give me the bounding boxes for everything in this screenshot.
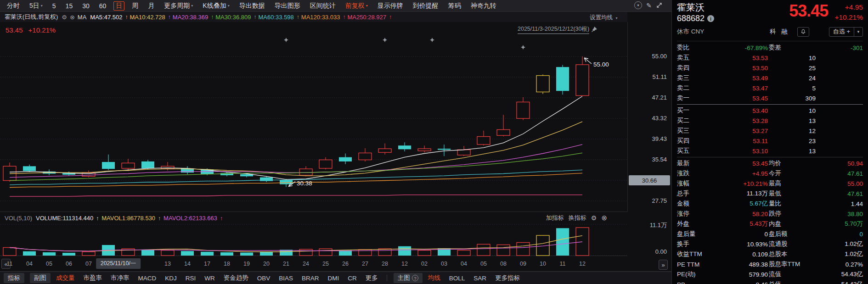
ma-settings-gear-icon[interactable]: ⚙ — [62, 14, 67, 21]
bid-volume: 10 — [768, 107, 816, 114]
stat-value: 53.45 — [716, 160, 768, 167]
collapse-circle-icon[interactable]: ▾ — [634, 1, 642, 9]
toolbar-item-周[interactable]: 周 — [130, 1, 141, 11]
toolbar-item-日[interactable]: 日 — [113, 1, 124, 11]
toolbar-item-5日[interactable]: 5日▾ — [27, 1, 45, 11]
date-tick-12/04: 04 — [461, 261, 467, 267]
tab-SAR[interactable]: SAR — [473, 275, 486, 282]
tab-MACD[interactable]: MACD — [138, 275, 157, 282]
ma-close-icon[interactable]: ⊗ — [70, 14, 75, 21]
tab-DMI[interactable]: DMI — [328, 275, 339, 282]
date-tick-11/25: 25 — [322, 261, 329, 267]
info-icon[interactable]: i — [707, 15, 714, 22]
tab-KDJ[interactable]: KDJ — [165, 275, 177, 282]
vol-settings-gear-icon[interactable]: ⚙ — [591, 214, 597, 222]
toolbar-item-分时[interactable]: 分时 — [5, 1, 22, 11]
toolbar-item-更多周期[interactable]: 更多周期▾ — [162, 1, 195, 11]
help-icon[interactable]: ? — [412, 275, 418, 281]
stats-divider — [677, 157, 863, 157]
price-change: +4.95 — [845, 2, 863, 12]
draw-pencil-icon[interactable]: ✎ — [646, 2, 652, 9]
stat-label: 收益TTM — [677, 250, 716, 258]
add-indicator-link[interactable]: 加指标 — [546, 214, 564, 222]
candlestick-chart[interactable]: 55.0030.38 — [0, 22, 627, 212]
tab-BOLL[interactable]: BOLL — [449, 275, 465, 282]
date-tick-12/03: 03 — [441, 261, 447, 267]
stat-label: 最高 — [768, 179, 816, 188]
tab-CR[interactable]: CR — [348, 275, 357, 282]
wb-label: 委比 — [677, 44, 716, 52]
tab-更多指标[interactable]: 更多指标 — [495, 274, 520, 282]
fullscreen-icon[interactable] — [656, 2, 663, 9]
toolbar-item-60[interactable]: 60 — [97, 2, 109, 10]
stat-value: +4.95 — [716, 170, 768, 177]
tab-BIAS[interactable]: BIAS — [279, 275, 293, 282]
toolbar-item-筹码[interactable]: 筹码 — [446, 1, 463, 11]
event-marker-icon[interactable] — [284, 38, 288, 42]
ask-row: 卖三53.4924 — [677, 73, 863, 83]
tab-separator — [387, 275, 387, 281]
toolbar-item-神奇九转[interactable]: 神奇九转 — [468, 1, 499, 11]
tab-WR[interactable]: WR — [204, 275, 215, 282]
chevron-down-icon: ▾ — [366, 4, 368, 8]
bid-price: 53.40 — [716, 107, 768, 114]
stat-value: 8.46 — [716, 281, 768, 284]
bid-label: 买五 — [677, 147, 716, 155]
tab-资金趋势[interactable]: 资金趋势 — [224, 274, 248, 282]
tab-均线[interactable]: 均线 — [428, 274, 440, 282]
toolbar-item-5[interactable]: 5 — [50, 2, 58, 10]
stat-value: 54.43亿 — [816, 280, 863, 284]
ma-settings-link[interactable]: 设置均线 ▾ — [590, 14, 618, 22]
toolbar-item-到价提醒[interactable]: 到价提醒 — [411, 1, 441, 11]
trend-up-icon: ↑ — [211, 14, 214, 20]
tab-市净率[interactable]: 市净率 — [111, 274, 130, 282]
toolbar-item-前复权[interactable]: 前复权▾ — [343, 1, 370, 11]
stat-value: 38.80 — [816, 211, 863, 217]
tab-RSI[interactable]: RSI — [186, 275, 196, 282]
toolbar-item-导出数据[interactable]: 导出数据 — [237, 1, 267, 11]
alert-bell-button[interactable] — [797, 27, 809, 37]
watchlist-dropdown-icon[interactable]: ▼ — [854, 28, 862, 36]
tab-OBV[interactable]: OBV — [257, 275, 271, 282]
tab-市盈率[interactable]: 市盈率 — [84, 274, 102, 282]
toolbar-item-导出图形[interactable]: 导出图形 — [272, 1, 303, 11]
ask-price: 53.45 — [716, 95, 768, 102]
trend-up-icon: ↑ — [220, 215, 223, 222]
price-tick-35.54: 35.54 — [652, 156, 667, 163]
cursor-price-tag: 30.66 — [629, 175, 670, 185]
volume-chart[interactable] — [0, 224, 627, 256]
toolbar-item-K线叠加[interactable]: K线叠加▾ — [200, 1, 231, 11]
volume-axis-max: 11.1万 — [627, 221, 671, 229]
toolbar-item-月[interactable]: 月 — [146, 1, 157, 11]
event-marker-icon[interactable] — [383, 38, 387, 42]
tab-主图[interactable]: 主图? — [394, 273, 423, 283]
low-annotation: 30.38 — [297, 180, 312, 187]
stat-row: 金额5.67亿量比1.44 — [677, 199, 863, 209]
tab-button-指标[interactable]: 指标 — [4, 273, 24, 283]
add-watchlist-button[interactable]: 自选 + ▼ — [829, 27, 863, 37]
ask-row: 卖五53.5310 — [677, 53, 863, 63]
stat-value: 0.27% — [816, 261, 863, 268]
scroll-right-button[interactable]: » — [659, 260, 668, 270]
tab-成交量[interactable]: 成交量 — [56, 274, 75, 282]
toolbar-item-30[interactable]: 30 — [80, 2, 92, 10]
tab-button-副图[interactable]: 副图 — [30, 273, 51, 283]
date-tick-11/17: 17 — [204, 261, 210, 267]
switch-indicator-link[interactable]: 换指标 — [569, 214, 586, 222]
event-marker-icon[interactable] — [521, 45, 525, 50]
high-annotation: 55.00 — [593, 61, 609, 68]
vol-close-icon[interactable]: ⊗ — [601, 214, 607, 222]
bid-row: 买四53.1123 — [677, 136, 863, 146]
price-tick-43.32: 43.32 — [652, 115, 667, 122]
stat-value: 58.20 — [716, 211, 768, 217]
event-marker-icon[interactable] — [430, 38, 434, 42]
stat-label: 内盘 — [768, 220, 816, 228]
toolbar-item-区间统计[interactable]: 区间统计 — [308, 1, 338, 11]
tab-BRAR[interactable]: BRAR — [302, 275, 319, 282]
tab-更多[interactable]: 更多 — [366, 274, 378, 282]
toolbar-item-15[interactable]: 15 — [63, 2, 75, 10]
toolbar-item-显示停牌[interactable]: 显示停牌 — [375, 1, 406, 11]
bid-row: 买五53.1013 — [677, 146, 863, 156]
stat-label: 涨停 — [677, 210, 716, 218]
trend-up-icon: ↑ — [297, 14, 299, 20]
